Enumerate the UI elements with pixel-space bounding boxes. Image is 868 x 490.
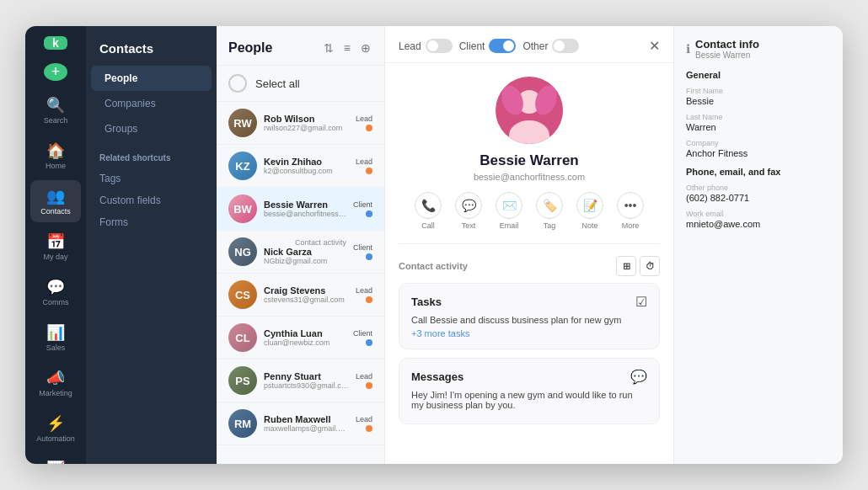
contact-badge: Client: [353, 329, 372, 346]
tasks-title: Tasks: [411, 296, 442, 308]
info-field: Company Anchor Fitness: [686, 139, 831, 158]
action-label: Note: [581, 221, 597, 230]
info-field: Other phone (602) 882-0771: [686, 184, 831, 203]
badge-dot: [366, 339, 372, 346]
filter-icon[interactable]: ≡: [342, 40, 352, 56]
activity-clock-button[interactable]: ⏱: [640, 256, 660, 276]
contact-item[interactable]: KZ Kevin Zhihao k2@consultbug.com Lead: [217, 145, 384, 188]
sales-label: Sales: [46, 344, 66, 352]
contact-name: Rob Wilson: [264, 114, 349, 124]
search-label: Search: [44, 116, 68, 125]
toggle-other[interactable]: Other: [522, 39, 579, 53]
profile-name: Bessie Warren: [480, 152, 578, 169]
contact-item[interactable]: NG Contact activity Nick Garza NGbiz@gma…: [217, 231, 384, 274]
contact-info: Ruben Maxwell maxwellamps@gmail.com: [264, 414, 349, 433]
sidebar-item-people[interactable]: People: [91, 66, 212, 91]
sidebar-sub-item-custom_fields[interactable]: Custom fields: [86, 189, 217, 211]
badge-dot: [366, 296, 372, 303]
add-contact-icon[interactable]: ⊕: [359, 40, 372, 56]
action-btn-email[interactable]: ✉️ Email: [496, 192, 522, 230]
toggle-group: Lead Client Other: [399, 39, 579, 53]
close-button[interactable]: ✕: [649, 38, 660, 54]
activity-grid-button[interactable]: ⊞: [616, 256, 636, 276]
contact-info: Craig Stevens cstevens31@gmail.com: [264, 285, 349, 304]
action-icon: ✉️: [496, 192, 522, 219]
toggle-lead[interactable]: Lead: [399, 39, 453, 53]
contact-item[interactable]: CL Cynthia Luan cluan@newbiz.com Client: [217, 317, 384, 360]
nav-add-button[interactable]: +: [44, 63, 67, 81]
contact-item[interactable]: RM Ruben Maxwell maxwellamps@gmail.com L…: [217, 402, 384, 445]
contact-item[interactable]: PS Penny Stuart pstuartcts930@gmail.com …: [217, 360, 384, 402]
sidebar-section-title: Related shortcuts: [86, 141, 217, 168]
action-btn-more[interactable]: ••• More: [617, 192, 644, 230]
toggle-switch[interactable]: [489, 39, 516, 53]
automation-label: Automation: [36, 434, 75, 443]
contact-badge: Lead: [356, 157, 372, 174]
field-label: First Name: [686, 87, 831, 95]
badge-dot: [366, 425, 372, 432]
comms-label: Comms: [43, 298, 69, 306]
nav-item-home[interactable]: 🏠 Home: [30, 135, 81, 177]
badge-tag: Client: [353, 200, 372, 209]
detail-header: Lead Client Other ✕: [385, 26, 673, 63]
nav-item-sales[interactable]: 📊 Sales: [30, 317, 81, 359]
tasks-icon: ☑: [635, 294, 647, 310]
action-label: More: [622, 221, 640, 230]
sort-icon[interactable]: ⇅: [322, 40, 335, 56]
contact-item[interactable]: RW Rob Wilson rwilson227@gmail.com Lead: [217, 102, 384, 145]
sidebar-item-groups[interactable]: Groups: [91, 116, 212, 141]
sidebar-sub-item-tags[interactable]: Tags: [86, 168, 217, 189]
toggle-knob: [503, 40, 514, 51]
sidebar-title: Contacts: [86, 36, 217, 66]
tasks-more[interactable]: +3 more tasks: [411, 328, 647, 338]
nav-item-myday[interactable]: 📅 My day: [30, 226, 81, 268]
nav-item-reports[interactable]: 📈 Reports: [30, 453, 81, 464]
icon-nav: k + 🔍 Search 🏠 Home 👥 Contacts 📅 My day …: [25, 26, 86, 464]
nav-item-contacts[interactable]: 👥 Contacts: [30, 180, 81, 222]
contact-info: Cynthia Luan cluan@newbiz.com: [264, 328, 346, 347]
nav-item-marketing[interactable]: 📣 Marketing: [30, 362, 81, 404]
contact-info: Rob Wilson rwilson227@gmail.com: [264, 114, 349, 132]
action-btn-call[interactable]: 📞 Call: [415, 192, 442, 230]
contact-name: Nick Garza: [264, 247, 346, 257]
contact-name: Ruben Maxwell: [264, 414, 349, 424]
badge-tag: Lead: [356, 415, 372, 423]
action-btn-tag[interactable]: 🏷️ Tag: [536, 192, 563, 230]
badge-dot: [366, 125, 372, 131]
action-label: Text: [462, 221, 476, 230]
contact-avatar: CL: [228, 323, 257, 352]
select-all-checkbox[interactable]: [228, 74, 247, 93]
action-icon: 💬: [455, 192, 482, 219]
contact-badge: Lead: [356, 115, 372, 131]
contact-item[interactable]: CS Craig Stevens cstevens31@gmail.com Le…: [217, 274, 384, 317]
nav-item-comms[interactable]: 💬 Comms: [30, 271, 81, 313]
messages-card-header: Messages 💬: [411, 369, 647, 385]
marketing-icon: 📣: [46, 369, 65, 387]
select-all-row[interactable]: Select all: [217, 66, 384, 102]
contact-avatar: CS: [228, 280, 257, 309]
action-btn-text[interactable]: 💬 Text: [455, 192, 482, 230]
contact-name: Kevin Zhihao: [264, 157, 349, 167]
toggle-client[interactable]: Client: [459, 39, 517, 53]
toggle-switch[interactable]: [552, 39, 579, 53]
contact-info-panel: ℹ Contact info Bessie Warren General Fir…: [674, 26, 843, 464]
messages-text: Hey Jim! I'm opening a new gym and would…: [411, 390, 647, 410]
profile-avatar: [496, 77, 563, 144]
action-btn-note[interactable]: 📝 Note: [576, 192, 603, 230]
field-value: mnieto@awe.com: [686, 219, 831, 229]
toggle-knob: [427, 40, 438, 51]
contact-item[interactable]: BW Bessie Warren bessie@anchorfitness.co…: [217, 188, 384, 231]
badge-dot: [366, 168, 372, 174]
contact-badge: Lead: [356, 286, 372, 303]
info-icon: ℹ: [686, 42, 690, 56]
search-icon: 🔍: [46, 96, 65, 115]
myday-icon: 📅: [46, 232, 65, 251]
contact-name: Bessie Warren: [264, 200, 346, 210]
nav-item-automation[interactable]: ⚡ Automation: [30, 407, 81, 450]
toggle-switch[interactable]: [426, 39, 453, 53]
tasks-text: Call Bessie and discuss business plan fo…: [411, 315, 647, 325]
sidebar-item-companies[interactable]: Companies: [91, 91, 212, 116]
nav-item-search[interactable]: 🔍 Search: [30, 89, 81, 131]
sidebar-sub-item-forms[interactable]: Forms: [86, 211, 217, 233]
app-logo: k: [44, 36, 67, 50]
